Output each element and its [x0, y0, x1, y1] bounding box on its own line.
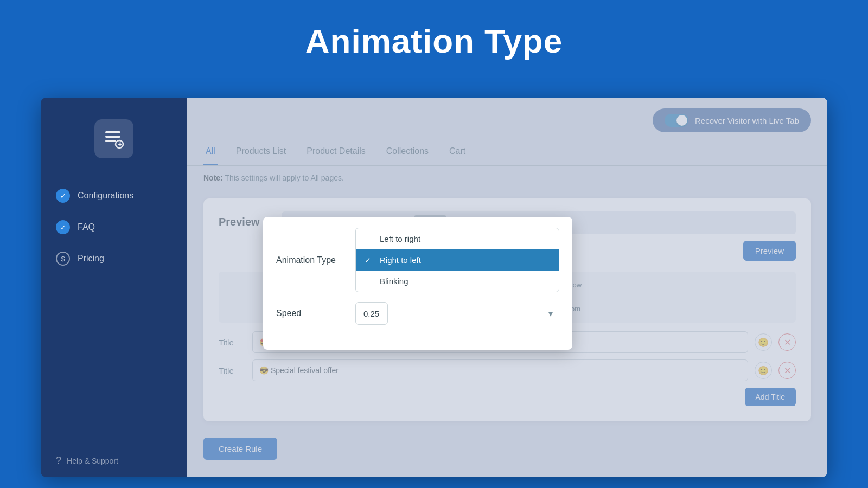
- animation-dropdown-container: Left to right ✓ Right to left Blinking: [355, 228, 559, 292]
- help-support-label: Help & Support: [67, 457, 118, 465]
- sidebar-nav: ✓ Configurations ✓ FAQ $ Pricing: [41, 175, 187, 444]
- animation-dropdown-list: Left to right ✓ Right to left Blinking: [355, 228, 559, 292]
- svg-rect-2: [105, 140, 116, 142]
- dollar-icon-pricing: $: [56, 252, 70, 266]
- sidebar-item-pricing[interactable]: $ Pricing: [41, 243, 187, 274]
- sidebar-logo: [41, 98, 187, 175]
- check-icon-configurations: ✓: [56, 189, 70, 203]
- speed-row: Speed 0.25 0.5 1 2: [276, 302, 559, 325]
- app-logo-icon: [94, 119, 133, 158]
- top-banner: Animation Type: [0, 0, 868, 76]
- speed-select[interactable]: 0.25 0.5 1 2: [355, 302, 388, 325]
- page-title: Animation Type: [305, 22, 563, 60]
- option-label-ltr: Left to right: [380, 234, 420, 243]
- sidebar-item-configurations[interactable]: ✓ Configurations: [41, 180, 187, 211]
- animation-dropdown-modal: Animation Type Left to right ✓ Right to …: [263, 217, 572, 350]
- animation-type-label: Animation Type: [276, 255, 347, 265]
- option-label-rtl: Right to left: [380, 255, 421, 265]
- animation-option-blinking[interactable]: Blinking: [356, 271, 559, 292]
- option-label-blink: Blinking: [380, 277, 409, 286]
- speed-label: Speed: [276, 309, 347, 318]
- svg-rect-0: [105, 131, 120, 133]
- sidebar-label-pricing: Pricing: [78, 254, 104, 264]
- svg-rect-1: [105, 136, 120, 138]
- animation-type-row: Animation Type Left to right ✓ Right to …: [276, 228, 559, 292]
- animation-option-right-to-left[interactable]: ✓ Right to left: [356, 249, 559, 271]
- speed-select-wrapper: 0.25 0.5 1 2: [355, 302, 559, 325]
- animation-option-left-to-right[interactable]: Left to right: [356, 228, 559, 249]
- sidebar-label-configurations: Configurations: [78, 191, 133, 201]
- check-mark-rtl: ✓: [365, 256, 374, 265]
- question-icon: ?: [56, 455, 61, 466]
- main-content: Recover Visitor with Live Tab All Produc…: [187, 98, 827, 477]
- app-container: ✓ Configurations ✓ FAQ $ Pricing ? Help …: [41, 98, 827, 477]
- sidebar-label-faq: FAQ: [78, 222, 95, 232]
- sidebar: ✓ Configurations ✓ FAQ $ Pricing ? Help …: [41, 98, 187, 477]
- sidebar-item-faq[interactable]: ✓ FAQ: [41, 211, 187, 243]
- sidebar-footer[interactable]: ? Help & Support: [41, 444, 187, 477]
- check-icon-faq: ✓: [56, 220, 70, 234]
